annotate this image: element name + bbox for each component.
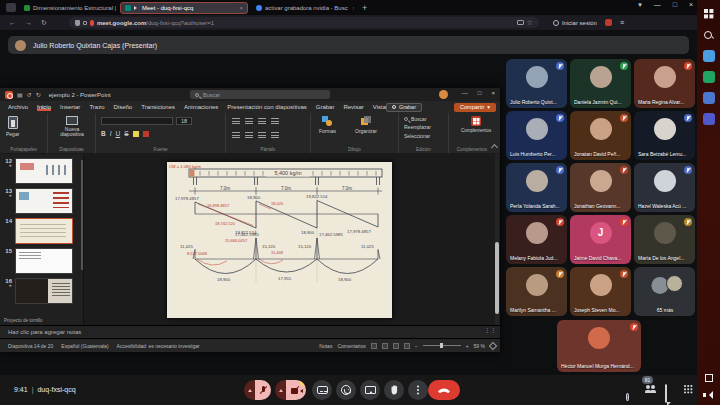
new-tab-button[interactable]: + [362,3,367,13]
fit-to-window-icon[interactable] [489,341,497,349]
minimize-button[interactable]: — [654,1,661,9]
camera-options-chevron[interactable] [275,380,286,400]
slide-thumbnail[interactable] [15,248,73,274]
search-icon[interactable] [703,29,715,41]
zoom-in-button[interactable]: + [466,343,469,349]
replace-button[interactable]: Reemplazar [404,124,448,130]
notes-resize-handle[interactable]: ⋮⋮ [484,328,496,332]
bold-button[interactable]: B [101,130,106,137]
participant-tile[interactable]: Jonathan Geovann... [570,163,631,212]
edge-icon[interactable] [703,50,715,62]
meeting-info-button[interactable]: i [626,385,629,403]
find-button[interactable]: Buscar [404,116,448,122]
strikethrough-button[interactable]: S [124,130,128,137]
font-name-combo[interactable] [101,117,173,125]
excel-icon[interactable] [703,71,715,83]
url-field[interactable]: meet.google.com/duq-fxsi-qcq?authuser=1 … [69,17,539,28]
language-label[interactable]: Español (Guatemala) [61,343,108,349]
more-options-button[interactable] [408,380,428,400]
undo-icon[interactable]: ↺ [27,91,32,98]
mic-permission-icon[interactable] [90,20,94,26]
align-left-icon[interactable] [232,132,240,138]
comments-toggle[interactable]: Comentarios [337,343,365,349]
participant-tile[interactable]: Julio Roberto Quixt... [506,59,567,108]
italic-button[interactable]: I [110,130,112,137]
ribbon-tab[interactable]: Trazo [89,104,104,111]
reload-button[interactable]: ↻ [41,19,47,27]
slide-sorter-icon[interactable] [382,343,388,349]
present-button[interactable] [360,380,380,400]
participant-tile[interactable]: Héctor Manuel Murga Hernánd... [557,320,641,372]
ribbon-tab[interactable]: Insertar [60,104,80,111]
participant-tile[interactable]: Marilyn Samantha ... [506,267,567,316]
participant-tile[interactable]: 65 más [634,267,695,316]
arrange-button[interactable]: Organizar [355,116,377,134]
slide-thumbnail[interactable] [15,218,73,244]
participant-tile[interactable]: Maria Regina Alvar... [634,59,695,108]
ppt-maximize-button[interactable]: □ [478,90,482,96]
new-slide-button[interactable]: Nueva diapositiva [54,116,90,137]
reactions-button[interactable] [336,380,356,400]
ribbon-tab[interactable]: Animaciones [184,104,218,111]
lock-icon[interactable] [83,21,87,25]
normal-view-icon[interactable] [371,343,377,349]
paste-button[interactable]: Pegar [6,116,19,137]
bookmark-star-icon[interactable]: ☆ [527,19,533,27]
reading-view-icon[interactable] [393,343,399,349]
select-button[interactable]: Seleccionar [404,133,448,139]
ribbon-tab[interactable]: Revisar [343,104,363,111]
volume-icon[interactable] [703,390,714,399]
ppt-search-box[interactable]: Buscar [190,90,330,99]
record-button[interactable]: Grabar [386,103,422,112]
participant-tile[interactable]: J Jaime David Chava... [570,215,631,264]
slide-thumbnail[interactable] [15,158,73,184]
zoom-out-button[interactable]: − [415,343,418,349]
slide-thumbnail-row[interactable]: 13★ [2,188,81,214]
addins-button[interactable]: Complementos [461,116,491,133]
align-center-icon[interactable] [245,132,253,138]
underline-button[interactable]: U [116,130,121,137]
slide-thumbnail-row[interactable]: 15 [2,248,81,274]
font-color-chip[interactable] [143,131,149,137]
bullet-list-icon[interactable] [232,118,240,124]
participant-tile[interactable]: Jonatan David Peñ... [570,111,631,160]
font-size-combo[interactable]: 18 [176,117,192,125]
mic-options-chevron[interactable] [244,380,255,400]
notes-toggle[interactable]: Notas [319,343,332,349]
participant-tile[interactable]: María De los Angel... [634,215,695,264]
numbered-list-icon[interactable] [245,118,253,124]
ppt-minimize-button[interactable]: — [462,90,468,96]
tab-dimensionamiento[interactable]: Dimensionamiento Estructural | × [20,2,116,14]
shapes-button[interactable]: Formas [319,116,336,134]
participant-tile[interactable]: Perla Yolanda Sarah... [506,163,567,212]
ribbon-tab[interactable]: Archivo [8,104,28,111]
teams-icon[interactable] [703,113,715,125]
end-call-button[interactable] [428,380,460,400]
notification-icon[interactable] [705,374,713,382]
chat-button[interactable] [665,385,667,403]
zoom-level[interactable]: 59 % [474,343,485,349]
slideshow-icon[interactable] [404,343,410,349]
ribbon-tab[interactable]: Grabar [316,104,335,111]
picture-in-picture-icon[interactable] [517,20,524,25]
back-button[interactable]: ← [9,19,16,26]
share-button[interactable]: Compartir ▾ [454,103,496,112]
zoom-slider[interactable] [423,345,461,346]
account-avatar[interactable] [439,90,448,99]
participant-tile[interactable]: Luis Humberto Per... [506,111,567,160]
ribbon-tab[interactable]: Transiciones [141,104,175,111]
participant-tile[interactable]: Joseph Steven Mo... [570,267,631,316]
highlight-color-chip[interactable] [133,131,139,137]
slide-thumbnail-row[interactable]: 12★ [2,158,81,184]
slide-thumbnail-row[interactable]: 16★ [2,278,81,304]
ppt-close-button[interactable]: × [491,90,495,96]
tab-list-icon[interactable]: ▾ [638,1,642,9]
close-button[interactable]: × [689,1,693,9]
sign-in-button[interactable]: Iniciar sesión [553,20,597,26]
line-spacing-icon[interactable] [271,118,279,124]
ribbon-tab[interactable]: Vista [373,104,386,111]
extension-icon[interactable] [605,19,612,26]
close-tab-icon[interactable]: × [239,5,243,11]
raise-hand-button[interactable] [384,380,404,400]
slide-scrollbar-thumb[interactable] [495,242,499,314]
